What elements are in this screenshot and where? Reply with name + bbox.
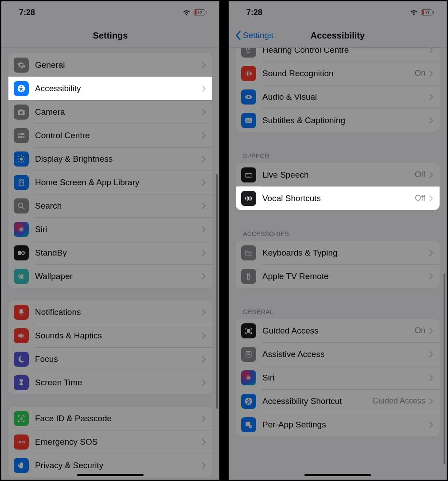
row-apple-tv-remote[interactable]: Apple TV Remote xyxy=(236,264,440,288)
accessibility-group-2: Keyboards & TypingApple TV Remote xyxy=(236,241,440,288)
svg-rect-41 xyxy=(433,11,434,14)
row-vocal-shortcuts[interactable]: Vocal ShortcutsOff xyxy=(236,186,440,210)
svg-rect-21 xyxy=(22,180,23,181)
svg-point-70 xyxy=(248,274,249,275)
chevron-right-icon xyxy=(202,249,206,256)
home-indicator[interactable] xyxy=(77,474,144,476)
hand-icon xyxy=(14,458,29,473)
row-label: Vocal Shortcuts xyxy=(262,194,415,203)
wifi-icon xyxy=(409,9,418,16)
chevron-right-icon xyxy=(202,356,206,363)
svg-point-5 xyxy=(21,85,22,87)
svg-rect-68 xyxy=(247,253,250,254)
svg-rect-23 xyxy=(22,182,23,182)
chevron-right-icon xyxy=(429,48,433,54)
accessibility-list[interactable]: Hearing Control CentreSound RecognitionO… xyxy=(229,48,447,480)
svg-point-76 xyxy=(247,376,250,379)
row-search[interactable]: Search xyxy=(8,194,212,217)
guided-icon xyxy=(241,323,256,338)
speaker-icon xyxy=(14,328,29,343)
brightness-icon xyxy=(14,151,29,167)
chevron-right-icon xyxy=(202,226,206,233)
row-focus[interactable]: Focus xyxy=(8,347,212,371)
row-face-id-passcode[interactable]: Face ID & Passcode xyxy=(8,407,212,430)
row-guided-access[interactable]: Guided AccessOn xyxy=(236,319,440,342)
scrollbar[interactable] xyxy=(444,274,445,464)
row-keyboards-typing[interactable]: Keyboards & Typing xyxy=(236,241,440,264)
row-general[interactable]: General xyxy=(8,53,212,77)
chevron-right-icon xyxy=(429,249,433,256)
row-emergency-sos[interactable]: SOSEmergency SOS xyxy=(8,430,212,454)
row-label: Guided Access xyxy=(262,326,415,336)
chevron-right-icon xyxy=(429,351,433,358)
row-label: Wallpaper xyxy=(35,272,202,281)
moon-icon xyxy=(14,352,29,367)
svg-rect-1 xyxy=(195,10,197,15)
row-hearing-control-centre[interactable]: Hearing Control Centre xyxy=(236,48,440,62)
row-audio-visual[interactable]: Audio & Visual xyxy=(236,85,440,109)
svg-point-8 xyxy=(19,133,20,134)
row-label: Keyboards & Typing xyxy=(262,248,429,258)
row-control-centre[interactable]: Control Centre xyxy=(8,124,212,147)
row-camera[interactable]: Camera xyxy=(8,100,212,124)
row-standby[interactable]: StandBy xyxy=(8,241,212,264)
row-siri[interactable]: Siri xyxy=(8,217,212,241)
row-wallpaper[interactable]: Wallpaper xyxy=(8,264,212,288)
battery-icon: 17 xyxy=(421,9,434,16)
svg-point-27 xyxy=(20,228,23,231)
phone-right: 7:28 17 Settings Accessibility Hearing C… xyxy=(227,0,448,481)
svg-line-17 xyxy=(19,161,19,161)
row-label: Focus xyxy=(35,354,202,364)
svg-rect-40 xyxy=(422,10,424,15)
chevron-right-icon xyxy=(202,62,206,69)
cc-icon: CC xyxy=(241,113,256,128)
row-label: Subtitles & Captioning xyxy=(262,116,429,125)
row-home-screen-app-library[interactable]: Home Screen & App Library xyxy=(8,171,212,194)
chevron-right-icon xyxy=(202,109,206,116)
svg-rect-63 xyxy=(246,252,247,252)
row-label: Siri xyxy=(35,225,202,234)
toggles-icon xyxy=(14,128,29,143)
row-assistive-access[interactable]: Assistive Access xyxy=(236,342,440,366)
row-sounds-haptics[interactable]: Sounds & Haptics xyxy=(8,324,212,347)
settings-list[interactable]: GeneralAccessibilityCameraControl Centre… xyxy=(1,48,219,480)
back-button[interactable]: Settings xyxy=(235,31,273,40)
access-icon xyxy=(14,81,29,96)
svg-rect-67 xyxy=(250,252,251,252)
row-label: Assistive Access xyxy=(262,349,429,359)
chevron-right-icon xyxy=(202,379,206,386)
row-per-app-settings[interactable]: Per-App Settings xyxy=(236,413,440,436)
svg-point-9 xyxy=(22,136,23,138)
chevron-right-icon xyxy=(202,309,206,316)
row-label: Sound Recognition xyxy=(262,69,415,78)
home-indicator[interactable] xyxy=(304,474,371,476)
home-icon xyxy=(14,175,29,190)
scrollbar[interactable] xyxy=(216,174,218,409)
svg-rect-65 xyxy=(249,252,249,252)
row-accessibility-shortcut[interactable]: Accessibility ShortcutGuided Access xyxy=(236,389,440,413)
waveform-icon xyxy=(241,191,256,206)
row-notifications[interactable]: Notifications xyxy=(8,300,212,324)
svg-line-16 xyxy=(23,161,24,161)
camera-icon xyxy=(14,105,29,120)
svg-line-18 xyxy=(23,156,24,157)
accessibility-group-0: Hearing Control CentreSound RecognitionO… xyxy=(236,48,440,132)
chevron-right-icon xyxy=(202,462,206,469)
ear-icon xyxy=(241,48,256,58)
row-screen-time[interactable]: Screen Time xyxy=(8,371,212,394)
row-siri[interactable]: Siri xyxy=(236,366,440,389)
perapp-icon xyxy=(241,417,256,432)
svg-rect-51 xyxy=(245,173,252,177)
navbar-settings: Settings xyxy=(1,23,219,48)
row-display-brightness[interactable]: Display & Brightness xyxy=(8,147,212,171)
row-subtitles-captioning[interactable]: CCSubtitles & Captioning xyxy=(236,109,440,132)
row-label: Display & Brightness xyxy=(35,154,202,164)
row-live-speech[interactable]: Live SpeechOff xyxy=(236,163,440,186)
svg-rect-6 xyxy=(18,133,25,135)
svg-rect-69 xyxy=(248,273,250,279)
row-accessibility[interactable]: Accessibility xyxy=(8,77,212,100)
svg-point-32 xyxy=(20,275,22,277)
row-sound-recognition[interactable]: Sound RecognitionOn xyxy=(236,62,440,85)
access-icon xyxy=(241,394,256,409)
row-label: Notifications xyxy=(35,307,202,317)
